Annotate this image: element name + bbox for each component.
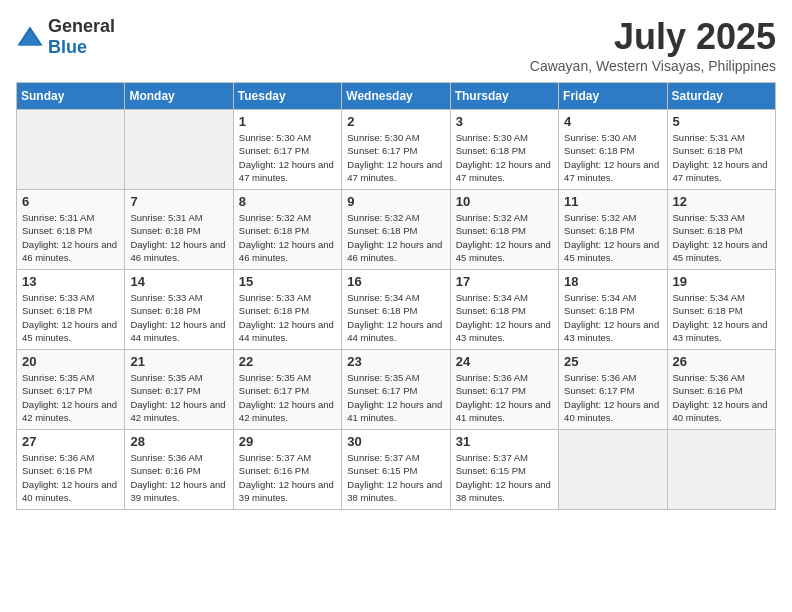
day-number: 7 bbox=[130, 194, 227, 209]
calendar-cell: 25Sunrise: 5:36 AM Sunset: 6:17 PM Dayli… bbox=[559, 350, 667, 430]
day-number: 2 bbox=[347, 114, 444, 129]
header-thursday: Thursday bbox=[450, 83, 558, 110]
day-info: Sunrise: 5:35 AM Sunset: 6:17 PM Dayligh… bbox=[22, 371, 119, 424]
day-number: 26 bbox=[673, 354, 770, 369]
day-info: Sunrise: 5:32 AM Sunset: 6:18 PM Dayligh… bbox=[239, 211, 336, 264]
location-title: Cawayan, Western Visayas, Philippines bbox=[530, 58, 776, 74]
day-info: Sunrise: 5:32 AM Sunset: 6:18 PM Dayligh… bbox=[564, 211, 661, 264]
calendar-cell: 31Sunrise: 5:37 AM Sunset: 6:15 PM Dayli… bbox=[450, 430, 558, 510]
logo-icon bbox=[16, 23, 44, 51]
calendar-cell: 6Sunrise: 5:31 AM Sunset: 6:18 PM Daylig… bbox=[17, 190, 125, 270]
day-info: Sunrise: 5:32 AM Sunset: 6:18 PM Dayligh… bbox=[456, 211, 553, 264]
calendar-cell: 24Sunrise: 5:36 AM Sunset: 6:17 PM Dayli… bbox=[450, 350, 558, 430]
day-info: Sunrise: 5:36 AM Sunset: 6:16 PM Dayligh… bbox=[673, 371, 770, 424]
day-number: 6 bbox=[22, 194, 119, 209]
calendar-cell: 1Sunrise: 5:30 AM Sunset: 6:17 PM Daylig… bbox=[233, 110, 341, 190]
calendar-cell: 10Sunrise: 5:32 AM Sunset: 6:18 PM Dayli… bbox=[450, 190, 558, 270]
calendar-cell: 17Sunrise: 5:34 AM Sunset: 6:18 PM Dayli… bbox=[450, 270, 558, 350]
calendar-cell bbox=[125, 110, 233, 190]
day-number: 9 bbox=[347, 194, 444, 209]
day-info: Sunrise: 5:35 AM Sunset: 6:17 PM Dayligh… bbox=[239, 371, 336, 424]
day-info: Sunrise: 5:33 AM Sunset: 6:18 PM Dayligh… bbox=[673, 211, 770, 264]
calendar-cell: 16Sunrise: 5:34 AM Sunset: 6:18 PM Dayli… bbox=[342, 270, 450, 350]
calendar-week-4: 20Sunrise: 5:35 AM Sunset: 6:17 PM Dayli… bbox=[17, 350, 776, 430]
day-info: Sunrise: 5:35 AM Sunset: 6:17 PM Dayligh… bbox=[130, 371, 227, 424]
header-tuesday: Tuesday bbox=[233, 83, 341, 110]
calendar-cell bbox=[667, 430, 775, 510]
day-number: 20 bbox=[22, 354, 119, 369]
day-info: Sunrise: 5:30 AM Sunset: 6:17 PM Dayligh… bbox=[347, 131, 444, 184]
calendar-cell: 4Sunrise: 5:30 AM Sunset: 6:18 PM Daylig… bbox=[559, 110, 667, 190]
calendar-cell: 11Sunrise: 5:32 AM Sunset: 6:18 PM Dayli… bbox=[559, 190, 667, 270]
day-info: Sunrise: 5:32 AM Sunset: 6:18 PM Dayligh… bbox=[347, 211, 444, 264]
header-friday: Friday bbox=[559, 83, 667, 110]
day-number: 25 bbox=[564, 354, 661, 369]
calendar-week-3: 13Sunrise: 5:33 AM Sunset: 6:18 PM Dayli… bbox=[17, 270, 776, 350]
day-number: 15 bbox=[239, 274, 336, 289]
calendar-cell: 18Sunrise: 5:34 AM Sunset: 6:18 PM Dayli… bbox=[559, 270, 667, 350]
calendar-cell: 29Sunrise: 5:37 AM Sunset: 6:16 PM Dayli… bbox=[233, 430, 341, 510]
day-number: 19 bbox=[673, 274, 770, 289]
page-header: General Blue July 2025 Cawayan, Western … bbox=[16, 16, 776, 74]
calendar-cell: 12Sunrise: 5:33 AM Sunset: 6:18 PM Dayli… bbox=[667, 190, 775, 270]
day-info: Sunrise: 5:30 AM Sunset: 6:17 PM Dayligh… bbox=[239, 131, 336, 184]
day-info: Sunrise: 5:33 AM Sunset: 6:18 PM Dayligh… bbox=[130, 291, 227, 344]
day-info: Sunrise: 5:37 AM Sunset: 6:16 PM Dayligh… bbox=[239, 451, 336, 504]
logo-text: General Blue bbox=[48, 16, 115, 58]
calendar-week-1: 1Sunrise: 5:30 AM Sunset: 6:17 PM Daylig… bbox=[17, 110, 776, 190]
day-number: 12 bbox=[673, 194, 770, 209]
calendar-week-2: 6Sunrise: 5:31 AM Sunset: 6:18 PM Daylig… bbox=[17, 190, 776, 270]
day-number: 16 bbox=[347, 274, 444, 289]
calendar-cell: 15Sunrise: 5:33 AM Sunset: 6:18 PM Dayli… bbox=[233, 270, 341, 350]
calendar-cell: 3Sunrise: 5:30 AM Sunset: 6:18 PM Daylig… bbox=[450, 110, 558, 190]
day-number: 18 bbox=[564, 274, 661, 289]
day-info: Sunrise: 5:36 AM Sunset: 6:17 PM Dayligh… bbox=[564, 371, 661, 424]
day-info: Sunrise: 5:36 AM Sunset: 6:16 PM Dayligh… bbox=[22, 451, 119, 504]
day-number: 4 bbox=[564, 114, 661, 129]
header-saturday: Saturday bbox=[667, 83, 775, 110]
calendar-cell: 19Sunrise: 5:34 AM Sunset: 6:18 PM Dayli… bbox=[667, 270, 775, 350]
day-info: Sunrise: 5:34 AM Sunset: 6:18 PM Dayligh… bbox=[347, 291, 444, 344]
day-number: 29 bbox=[239, 434, 336, 449]
logo-general: General bbox=[48, 16, 115, 36]
day-number: 1 bbox=[239, 114, 336, 129]
day-number: 11 bbox=[564, 194, 661, 209]
calendar-cell: 27Sunrise: 5:36 AM Sunset: 6:16 PM Dayli… bbox=[17, 430, 125, 510]
calendar-cell: 28Sunrise: 5:36 AM Sunset: 6:16 PM Dayli… bbox=[125, 430, 233, 510]
calendar-week-5: 27Sunrise: 5:36 AM Sunset: 6:16 PM Dayli… bbox=[17, 430, 776, 510]
calendar-cell: 26Sunrise: 5:36 AM Sunset: 6:16 PM Dayli… bbox=[667, 350, 775, 430]
day-info: Sunrise: 5:34 AM Sunset: 6:18 PM Dayligh… bbox=[564, 291, 661, 344]
day-info: Sunrise: 5:31 AM Sunset: 6:18 PM Dayligh… bbox=[130, 211, 227, 264]
day-info: Sunrise: 5:31 AM Sunset: 6:18 PM Dayligh… bbox=[673, 131, 770, 184]
day-number: 8 bbox=[239, 194, 336, 209]
calendar-cell: 14Sunrise: 5:33 AM Sunset: 6:18 PM Dayli… bbox=[125, 270, 233, 350]
calendar-cell: 22Sunrise: 5:35 AM Sunset: 6:17 PM Dayli… bbox=[233, 350, 341, 430]
calendar-cell bbox=[559, 430, 667, 510]
calendar-cell: 30Sunrise: 5:37 AM Sunset: 6:15 PM Dayli… bbox=[342, 430, 450, 510]
calendar-cell bbox=[17, 110, 125, 190]
day-number: 22 bbox=[239, 354, 336, 369]
calendar-header-row: SundayMondayTuesdayWednesdayThursdayFrid… bbox=[17, 83, 776, 110]
header-sunday: Sunday bbox=[17, 83, 125, 110]
day-number: 30 bbox=[347, 434, 444, 449]
day-number: 31 bbox=[456, 434, 553, 449]
day-number: 3 bbox=[456, 114, 553, 129]
calendar-cell: 8Sunrise: 5:32 AM Sunset: 6:18 PM Daylig… bbox=[233, 190, 341, 270]
day-number: 24 bbox=[456, 354, 553, 369]
calendar-cell: 2Sunrise: 5:30 AM Sunset: 6:17 PM Daylig… bbox=[342, 110, 450, 190]
calendar-cell: 20Sunrise: 5:35 AM Sunset: 6:17 PM Dayli… bbox=[17, 350, 125, 430]
day-number: 28 bbox=[130, 434, 227, 449]
calendar-cell: 21Sunrise: 5:35 AM Sunset: 6:17 PM Dayli… bbox=[125, 350, 233, 430]
day-number: 23 bbox=[347, 354, 444, 369]
header-wednesday: Wednesday bbox=[342, 83, 450, 110]
month-title: July 2025 bbox=[530, 16, 776, 58]
calendar-table: SundayMondayTuesdayWednesdayThursdayFrid… bbox=[16, 82, 776, 510]
day-info: Sunrise: 5:34 AM Sunset: 6:18 PM Dayligh… bbox=[673, 291, 770, 344]
calendar-cell: 13Sunrise: 5:33 AM Sunset: 6:18 PM Dayli… bbox=[17, 270, 125, 350]
day-info: Sunrise: 5:34 AM Sunset: 6:18 PM Dayligh… bbox=[456, 291, 553, 344]
calendar-cell: 23Sunrise: 5:35 AM Sunset: 6:17 PM Dayli… bbox=[342, 350, 450, 430]
day-number: 13 bbox=[22, 274, 119, 289]
calendar-cell: 7Sunrise: 5:31 AM Sunset: 6:18 PM Daylig… bbox=[125, 190, 233, 270]
header-monday: Monday bbox=[125, 83, 233, 110]
day-info: Sunrise: 5:35 AM Sunset: 6:17 PM Dayligh… bbox=[347, 371, 444, 424]
